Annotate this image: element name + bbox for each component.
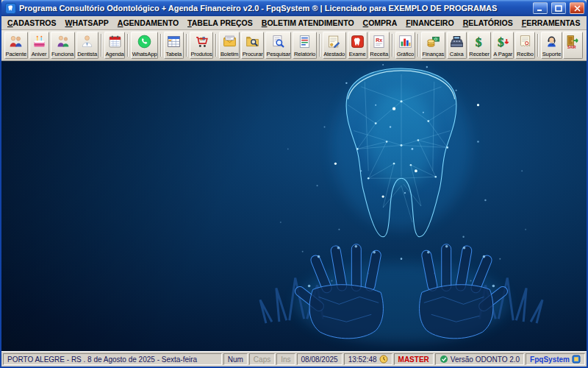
employees-icon [55,34,71,49]
status-bar: PORTO ALEGRE - RS . 8 de Agosto de 2025 … [1,351,587,367]
main-wallpaper [1,61,587,351]
minimize-icon [537,5,544,12]
whatsapp-icon [137,34,152,49]
price-table-icon [166,34,182,49]
toolbar-button-suporte[interactable]: Suporte [541,32,562,59]
toolbar-button-paciente[interactable]: Paciente [4,32,28,59]
report-icon [297,34,312,49]
status-insert: Ins [276,353,295,365]
toolbar-button-aniver[interactable]: Aniver [29,32,49,59]
menu-relatorios[interactable]: RELATÓRIOS [459,17,517,29]
svg-text:$: $ [498,35,504,49]
title-bar: Programa Consultório Odontológico + Agen… [1,0,587,16]
status-brand: FpqSystem [526,353,585,365]
status-caps-lock: Caps [249,353,275,365]
menu-tabela-precos[interactable]: TABELA PREÇOS [183,17,257,29]
toolbar-separator [215,34,217,57]
close-icon [574,5,581,12]
toolbar-separator [392,34,393,57]
menu-ferramentas[interactable]: FERRAMENTAS [517,17,585,29]
svg-text:SAIR: SAIR [567,46,576,49]
app-tooth-icon [5,3,16,14]
magnifier-icon [270,34,286,49]
toolbar-button-atestado[interactable]: Atestado [323,32,346,59]
toolbar-separator [101,34,102,57]
toolbar-button-agenda[interactable]: Agenda [104,32,126,59]
toolbar-button-financas[interactable]: Finanças [421,32,445,59]
status-num-lock: Num [223,353,248,365]
toolbar-separator [160,34,162,57]
prescription-icon: Rx [371,34,387,49]
envelope-icon [222,34,237,49]
exit-door-icon: SAIR [565,34,581,49]
toolbar-button-grafico[interactable]: Gráfico [395,32,415,59]
toolbar-button-apagar[interactable]: $ A Pagar [492,32,514,59]
toolbar-button-whatsapp[interactable]: WhatsApp [131,32,157,59]
menu-bar: CADASTROS WHATSAPP AGENDAMENTO TABELA PR… [1,16,587,30]
digital-tooth-hologram-art [235,61,567,351]
toolbar-button-relatorio[interactable]: Relatório [293,32,316,59]
toolbar-separator [127,34,129,57]
toolbar-button-funciona[interactable]: Funciona [51,32,75,59]
toolbar-button-caixa[interactable]: Caixa [447,32,467,59]
menu-whatsapp[interactable]: WHATSAPP [61,17,113,29]
status-date: 08/08/2025 [297,353,343,365]
toolbar-button-tabela[interactable]: Tabela [164,32,184,59]
support-icon [544,34,559,49]
toolbar-separator [537,34,539,57]
app-window: Programa Consultório Odontológico + Agen… [0,0,588,368]
calendar-icon [107,34,123,49]
receipt-icon [517,34,533,49]
toolbar-button-exame[interactable]: Exame [348,32,368,59]
toolbar-button-procurar[interactable]: Procurar [241,32,264,59]
menu-financeiro[interactable]: FINANCEIRO [401,17,458,29]
folder-search-icon [245,34,260,49]
maximize-button[interactable] [551,2,566,14]
svg-text:$: $ [475,35,481,49]
menu-ajuda[interactable]: AJUDA [584,17,588,29]
toolbar-button-recibo[interactable]: Recibo [515,32,535,59]
status-time: 13:52:48 [344,353,392,365]
toolbar-button-boletim[interactable]: Boletim [219,32,240,59]
window-title: Programa Consultório Odontológico + Agen… [19,4,529,13]
tooth-exam-icon [350,34,365,49]
maximize-icon [555,5,562,12]
status-location-date: PORTO ALEGRE - RS . 8 de Agosto de 2025 … [3,353,222,365]
bar-chart-icon [398,34,413,49]
menu-boletim-atendimento[interactable]: BOLETIM ATENDIMENTO [257,17,359,29]
toolbar-separator [186,34,187,57]
toolbar: Paciente Aniver Funciona Dent [1,30,587,61]
toolbar-separator [417,34,419,57]
clock-icon [379,355,388,364]
toolbar-button-produtos[interactable]: Produtos [190,32,213,59]
patients-icon [8,34,24,49]
menu-agendamento[interactable]: AGENDAMENTO [113,17,183,29]
toolbar-button-pesquisar[interactable]: Pesquisar [265,32,291,59]
dentist-icon [79,34,95,49]
status-version: Versão ODONTO 2.0 [435,353,524,365]
svg-text:Rx: Rx [376,38,382,43]
menu-compra[interactable]: COMPRA [359,17,402,29]
check-icon [440,355,448,364]
receivable-icon: $ [472,34,487,49]
status-user: MASTER [394,353,434,365]
payable-icon: $ [495,34,511,49]
toolbar-button-receita[interactable]: Rx Receita [369,32,390,59]
certificate-icon [326,34,342,49]
shopping-cart-icon [194,34,209,49]
close-button[interactable] [570,2,584,14]
toolbar-separator [319,34,320,57]
minimize-button[interactable] [533,2,548,14]
finance-icon [426,34,441,49]
fpqsystem-logo-icon [572,355,581,364]
menu-cadastros[interactable]: CADASTROS [3,17,61,29]
toolbar-button-sair[interactable]: SAIR [563,32,583,59]
birthday-cake-icon [32,34,47,49]
toolbar-button-dentista[interactable]: Dentista [76,32,98,59]
toolbar-button-receber[interactable]: $ Receber [468,32,491,59]
cash-register-icon [449,34,465,49]
